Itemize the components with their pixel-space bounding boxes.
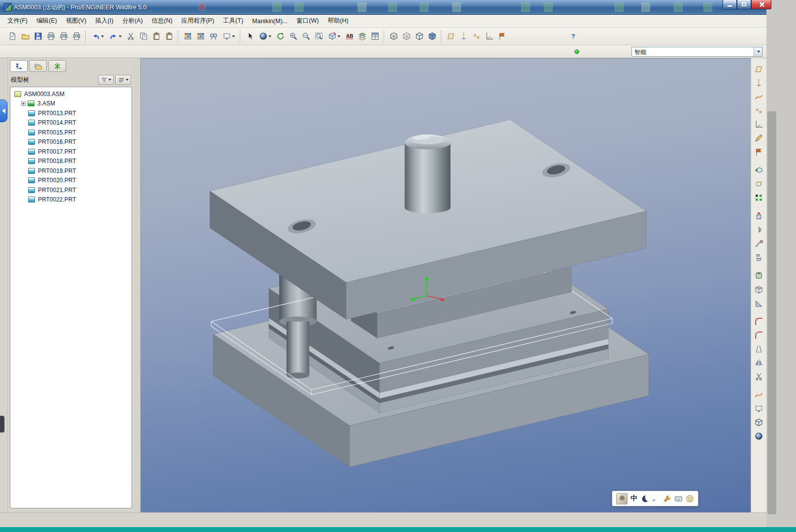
tree-row[interactable]: PRT0016.PRT: [10, 137, 132, 147]
sketch-tool-button[interactable]: [753, 132, 765, 144]
hidden-line-display-button[interactable]: [400, 30, 413, 43]
find-button[interactable]: [207, 30, 220, 43]
datum-axis-button[interactable]: [753, 77, 765, 89]
regeneration-status-button[interactable]: [571, 47, 582, 57]
project-tool-button[interactable]: [753, 402, 765, 415]
rib-tool-button[interactable]: [753, 297, 765, 309]
print-button[interactable]: [44, 30, 57, 43]
datum-axes-toggle-button[interactable]: [457, 30, 470, 43]
zoom-in-button[interactable]: [287, 30, 299, 43]
tree-row[interactable]: PRT0013.PRT: [10, 108, 132, 118]
open-file-button[interactable]: [19, 30, 32, 43]
soft-keyboard-icon[interactable]: [674, 495, 683, 503]
undo-button[interactable]: [89, 30, 106, 43]
tree-row[interactable]: PRT0014.PRT: [10, 118, 132, 128]
tree-row[interactable]: 3.ASM: [10, 99, 132, 109]
settings-wrench-icon[interactable]: [663, 495, 671, 503]
menu-edit[interactable]: 编辑(E): [32, 15, 62, 27]
shell-tool-button[interactable]: [753, 283, 765, 296]
ime-logo-button[interactable]: [616, 493, 628, 504]
menu-analysis[interactable]: 分析(A): [118, 15, 147, 27]
graphics-viewport[interactable]: 中: [140, 58, 751, 512]
datum-point-button[interactable]: [753, 104, 765, 117]
menu-applications[interactable]: 应用程序(P): [177, 15, 219, 27]
no-hidden-display-button[interactable]: [413, 30, 426, 43]
menu-help[interactable]: 帮助(H): [323, 15, 353, 27]
view-manager-button[interactable]: [368, 30, 381, 43]
layers-button[interactable]: [356, 30, 368, 43]
pattern-tool-button[interactable]: [753, 192, 765, 204]
tree-row[interactable]: PRT0015.PRT: [10, 128, 132, 137]
expand-icon[interactable]: [21, 101, 26, 106]
trim-tool-button[interactable]: [753, 370, 765, 383]
selection-filter-dropdown-button[interactable]: [754, 47, 762, 56]
ime-language-indicator[interactable]: 中: [630, 494, 637, 503]
minimize-button[interactable]: [723, 0, 737, 9]
app-icon[interactable]: [3, 3, 12, 11]
copy-button[interactable]: [137, 30, 150, 43]
annotation-feature-button[interactable]: [753, 146, 765, 158]
tree-row[interactable]: PRT0017.PRT: [10, 147, 132, 157]
refit-button[interactable]: [312, 30, 325, 43]
csys-toggle-button[interactable]: [483, 30, 496, 43]
tree-row-root[interactable]: ASM0003.ASM: [10, 89, 132, 99]
hole-tool-button[interactable]: [753, 269, 765, 282]
sweep-tool-button[interactable]: [753, 237, 765, 250]
print-preview-button[interactable]: [57, 30, 70, 43]
model-tree-tab[interactable]: [10, 60, 28, 72]
tree-filter-menu-button[interactable]: [98, 75, 114, 85]
close-button[interactable]: [751, 0, 771, 9]
zoom-out-button[interactable]: [299, 30, 312, 43]
save-file-button[interactable]: [32, 30, 44, 43]
menu-file[interactable]: 文件(F): [3, 15, 32, 27]
context-help-button[interactable]: [566, 30, 579, 43]
mirror-tool-button[interactable]: [753, 357, 765, 369]
saved-view-list-button[interactable]: [343, 30, 356, 43]
flexible-modeling-button[interactable]: [753, 430, 765, 442]
maximize-button[interactable]: [737, 0, 751, 9]
select-by-box-button[interactable]: [220, 30, 237, 43]
tree-row[interactable]: PRT0020.PRT: [10, 176, 132, 186]
select-items-button[interactable]: [243, 30, 256, 43]
assemble-component-button[interactable]: [753, 164, 765, 176]
paste-button[interactable]: [150, 30, 163, 43]
annotations-toggle-button[interactable]: [496, 30, 508, 43]
shaded-display-button[interactable]: [426, 30, 438, 43]
tree-row[interactable]: PRT0021.PRT: [10, 185, 132, 195]
emoticon-icon[interactable]: [686, 495, 694, 503]
coordinate-system-button[interactable]: [753, 118, 765, 131]
datum-points-toggle-button[interactable]: [470, 30, 483, 43]
selection-filter-combo[interactable]: 智能: [631, 47, 763, 57]
spin-center-button[interactable]: [274, 30, 287, 43]
draft-tool-button[interactable]: [753, 343, 765, 355]
extrude-tool-button[interactable]: [753, 210, 765, 222]
folder-browser-tab[interactable]: [29, 60, 47, 72]
sash-drag-handle[interactable]: [0, 416, 4, 432]
blend-tool-button[interactable]: [753, 251, 765, 264]
full-half-width-moon-icon[interactable]: [640, 495, 649, 503]
paste-special-button[interactable]: [163, 30, 175, 43]
model-shank-cylinder[interactable]: [405, 134, 451, 213]
menu-manikin[interactable]: Manikin(M)...: [248, 16, 292, 27]
punctuation-mode-icon[interactable]: [652, 495, 660, 503]
plot-button[interactable]: [70, 30, 83, 43]
wireframe-display-button[interactable]: [387, 30, 400, 43]
menu-insert[interactable]: 插入(I): [91, 15, 118, 27]
favorites-tab[interactable]: [48, 60, 66, 72]
render-style-button[interactable]: [256, 30, 274, 43]
menu-tools[interactable]: 工具(T): [219, 15, 248, 27]
regenerate-manager-button[interactable]: [194, 30, 207, 43]
round-tool-button[interactable]: [753, 315, 765, 328]
datum-curve-button[interactable]: [753, 91, 765, 103]
datum-plane-button[interactable]: [753, 63, 765, 75]
tree-row[interactable]: PRT0018.PRT: [10, 157, 132, 166]
cut-button[interactable]: [124, 30, 137, 43]
revolve-tool-button[interactable]: [753, 224, 765, 236]
tree-row[interactable]: PRT0022.PRT: [10, 195, 132, 205]
new-file-button[interactable]: [6, 30, 19, 43]
menu-window[interactable]: 窗口(W): [292, 15, 323, 27]
redo-button[interactable]: [106, 30, 124, 43]
3d-model-canvas[interactable]: [141, 59, 751, 512]
tree-row[interactable]: PRT0019.PRT: [10, 166, 132, 176]
regenerate-button[interactable]: [181, 30, 194, 43]
